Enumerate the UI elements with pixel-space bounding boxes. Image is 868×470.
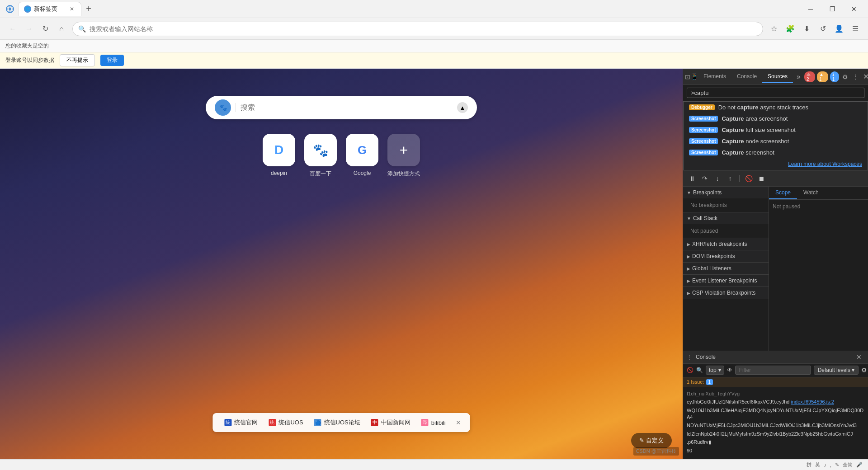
bookmark-chinews[interactable]: 中 中国新闻网	[367, 417, 415, 428]
devtools-mobile-button[interactable]: 📱	[690, 71, 698, 82]
call-stack-content: Not paused	[683, 224, 769, 238]
ime-comma[interactable]: ,	[830, 462, 831, 468]
shortcut-add-icon: +	[387, 134, 420, 166]
devtools-tab-sources[interactable]: Sources	[762, 70, 793, 83]
debug-left-panel: ▼ Breakpoints No breakpoints ▼ Call	[683, 187, 769, 351]
home-button[interactable]: ⌂	[54, 22, 69, 36]
autocomplete-item-screenshot-3[interactable]: Screenshot Capture node screenshot	[684, 136, 868, 147]
history-button[interactable]: ↺	[816, 22, 830, 36]
devtools-settings-button[interactable]: ⚙	[841, 71, 849, 82]
ac-text-screenshot-2: Capture full size screenshot	[722, 127, 795, 133]
pause-on-exceptions-button[interactable]: ⏹	[756, 173, 767, 184]
custom-button[interactable]: ✎ 自定义	[631, 433, 672, 448]
devtools-more-tabs[interactable]: »	[793, 71, 804, 83]
extensions-button[interactable]: 🧩	[783, 22, 797, 36]
search-box[interactable]: 🐾 ▲	[206, 96, 477, 119]
status-bar-right: 拼 英 ♪ , ✎ 全简 🎤	[807, 461, 863, 468]
call-stack-header[interactable]: ▼ Call Stack	[683, 212, 769, 224]
restore-button[interactable]: ❐	[822, 2, 843, 16]
bookmark-uos-forum[interactable]: 🔵 统信UOS论坛	[310, 417, 365, 428]
console-log-6: .p6Rudfrv▮	[687, 439, 864, 446]
console-eye-button[interactable]: 👁	[727, 365, 732, 375]
sync-login-button[interactable]: 登录	[100, 55, 124, 66]
console-close-button[interactable]: ✕	[854, 352, 864, 362]
global-listeners-label: Global Listeners	[692, 265, 731, 272]
search-up-button[interactable]: ▲	[457, 102, 468, 113]
breakpoints-header[interactable]: ▼ Breakpoints	[683, 187, 769, 198]
ime-full[interactable]: 全简	[843, 461, 853, 468]
console-input[interactable]	[687, 88, 864, 98]
devtools-close-button[interactable]: ✕	[862, 71, 868, 82]
minimize-button[interactable]: ─	[800, 2, 821, 16]
refresh-button[interactable]: ↻	[38, 22, 52, 36]
browser-logo	[4, 3, 16, 15]
scope-tabs: Scope Watch	[769, 187, 868, 200]
back-button[interactable]: ←	[5, 22, 20, 36]
step-over-button[interactable]: ↷	[699, 173, 710, 184]
menu-button[interactable]: ☰	[848, 22, 863, 36]
address-input[interactable]	[90, 25, 757, 33]
xhr-breakpoints-section: ▶ XHR/fetch Breakpoints	[683, 238, 769, 250]
tab-close-button[interactable]: ✕	[68, 5, 75, 13]
breakpoints-section: ▼ Breakpoints No breakpoints	[683, 187, 769, 212]
devtools-tab-bar: ⊡ 📱 Elements Console Sources » ⚠ 2 ▲ 1 ℹ…	[683, 69, 868, 85]
ime-pen[interactable]: ✎	[835, 462, 839, 468]
step-out-button[interactable]: ↑	[725, 173, 736, 184]
active-tab[interactable]: 🌐 新标签页 ✕	[18, 2, 81, 16]
shortcut-deepin[interactable]: D deepin	[263, 134, 295, 178]
pause-button[interactable]: ⏸	[687, 173, 698, 184]
shortcut-add[interactable]: + 添加快捷方式	[387, 134, 420, 178]
dom-breakpoints-header[interactable]: ▶ DOM Breakpoints	[683, 250, 769, 262]
bookmark-tongxin-official[interactable]: 统 统信官网	[220, 417, 262, 428]
console-filter-toggle[interactable]: 🔍	[696, 365, 703, 375]
debug-main: ▼ Breakpoints No breakpoints ▼ Call	[683, 187, 868, 351]
no-breakpoints-label: No breakpoints	[683, 200, 769, 210]
devtools-overflow-button[interactable]: ⋮	[851, 71, 860, 82]
console-filter-input[interactable]	[735, 366, 811, 375]
bookmark-button[interactable]: ☆	[767, 22, 781, 36]
devtools-tab-console[interactable]: Console	[731, 70, 762, 83]
autocomplete-item-screenshot-4[interactable]: Screenshot Capture screenshot	[684, 147, 868, 158]
sync-dismiss-button[interactable]: 不再提示	[60, 54, 95, 66]
profile-button[interactable]: 👤	[832, 22, 846, 36]
devtools-tab-elements[interactable]: Elements	[698, 70, 731, 83]
watch-tab[interactable]: Watch	[797, 187, 825, 199]
event-listener-bp-header[interactable]: ▶ Event Listener Breakpoints	[683, 275, 769, 287]
address-bar-actions: ☆ 🧩 ⬇ ↺ 👤 ☰	[767, 22, 863, 36]
default-levels-button[interactable]: Default levels ▾	[814, 366, 859, 375]
bookmarks-bar-close[interactable]: ✕	[454, 418, 463, 427]
console-link-1[interactable]: index.f6954596.js:2	[791, 399, 834, 404]
address-input-wrap[interactable]: 🔍	[72, 22, 763, 36]
step-into-button[interactable]: ↓	[712, 173, 723, 184]
console-settings-button[interactable]: ⚙	[861, 365, 867, 375]
console-clear-button[interactable]: 🚫	[687, 365, 693, 375]
scope-tab[interactable]: Scope	[769, 187, 797, 199]
ime-pinyin[interactable]: 拼	[807, 461, 811, 468]
ime-voice[interactable]: 🎤	[856, 462, 863, 468]
new-tab-button[interactable]: +	[82, 3, 95, 15]
autocomplete-dropdown: Debugger Do not capture async stack trac…	[683, 101, 868, 170]
devtools-inspect-button[interactable]: ⊡	[685, 71, 690, 82]
ime-english[interactable]: 英	[815, 461, 820, 468]
top-dropdown[interactable]: top ▾	[706, 366, 724, 375]
bookmarks-bar: 统 统信官网 统 统信UOS 🔵 统信UOS论坛 中 中国新闻网	[212, 413, 470, 432]
autocomplete-item-screenshot-2[interactable]: Screenshot Capture full size screenshot	[684, 124, 868, 136]
download-button[interactable]: ⬇	[799, 22, 814, 36]
deactivate-breakpoints-button[interactable]: 🚫	[743, 173, 754, 184]
forward-button[interactable]: →	[22, 22, 36, 36]
shortcut-google[interactable]: G Google	[346, 134, 378, 178]
console-drag-handle[interactable]: ⋮	[687, 354, 692, 360]
xhr-breakpoints-header[interactable]: ▶ XHR/fetch Breakpoints	[683, 238, 769, 250]
address-bar: ← → ↻ ⌂ 🔍 ☆ 🧩 ⬇ ↺ 👤 ☰	[0, 18, 868, 40]
autocomplete-item-debugger[interactable]: Debugger Do not capture async stack trac…	[684, 102, 868, 113]
bookmark-bilibili[interactable]: 哔 bilibili	[417, 417, 450, 428]
search-input[interactable]	[241, 103, 453, 112]
bookmark-uos[interactable]: 统 统信UOS	[264, 417, 307, 428]
autocomplete-item-screenshot-1[interactable]: Screenshot Capture area screenshot	[684, 113, 868, 124]
close-button[interactable]: ✕	[844, 2, 864, 16]
shortcut-baidu[interactable]: 🐾 百度一下	[304, 134, 337, 178]
learn-more-link[interactable]: Learn more about Workspaces	[684, 158, 868, 170]
global-listeners-header[interactable]: ▶ Global Listeners	[683, 263, 769, 274]
ime-music[interactable]: ♪	[824, 462, 826, 468]
csp-bp-header[interactable]: ▶ CSP Violation Breakpoints	[683, 287, 769, 299]
